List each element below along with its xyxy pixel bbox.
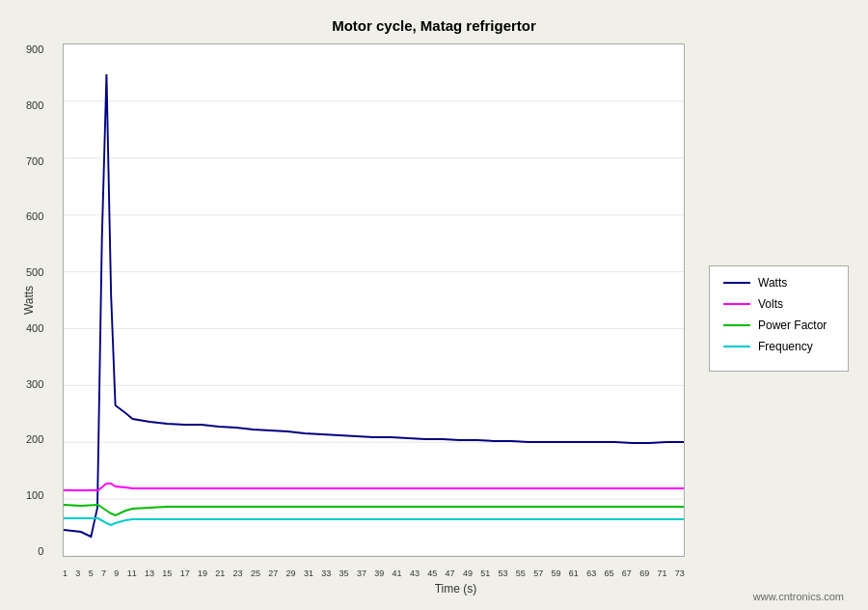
legend-item-power-factor: Power Factor: [723, 319, 834, 332]
legend-line-frequency: [723, 346, 750, 347]
legend-item-frequency: Frequency: [723, 340, 834, 353]
legend-line-volts: [723, 303, 750, 305]
x-axis-label: Time (s): [435, 582, 477, 596]
legend-label-frequency: Frequency: [758, 340, 813, 353]
legend-item-watts: Watts: [723, 276, 834, 290]
legend-label-volts: Volts: [758, 297, 783, 311]
legend-label-power-factor: Power Factor: [758, 319, 827, 332]
legend-item-volts: Volts: [723, 297, 834, 311]
power-factor-line: [64, 505, 684, 515]
chart-title: Motor cycle, Matag refrigertor: [0, 0, 868, 34]
chart-plot-area: [63, 43, 685, 557]
chart-area: Watts: [63, 43, 849, 557]
volts-line: [64, 484, 684, 490]
watts-line: [64, 74, 684, 537]
legend-line-watts: [723, 282, 750, 284]
legend-box: Watts Volts Power Factor Frequency: [709, 265, 849, 372]
x-axis-ticks: 1 3 5 7 9 11 13 15 17 19 21 23 25 27 29 …: [63, 568, 685, 578]
chart-container: Motor cycle, Matag refrigertor Watts: [0, 0, 868, 610]
y-axis-ticks: 900 800 700 600 500 400 300 200 100 0: [26, 43, 43, 557]
watermark: www.cntronics.com: [753, 591, 844, 602]
legend-label-watts: Watts: [758, 276, 787, 290]
chart-svg: [64, 44, 684, 556]
frequency-line: [64, 518, 684, 525]
legend-line-power-factor: [723, 324, 750, 326]
